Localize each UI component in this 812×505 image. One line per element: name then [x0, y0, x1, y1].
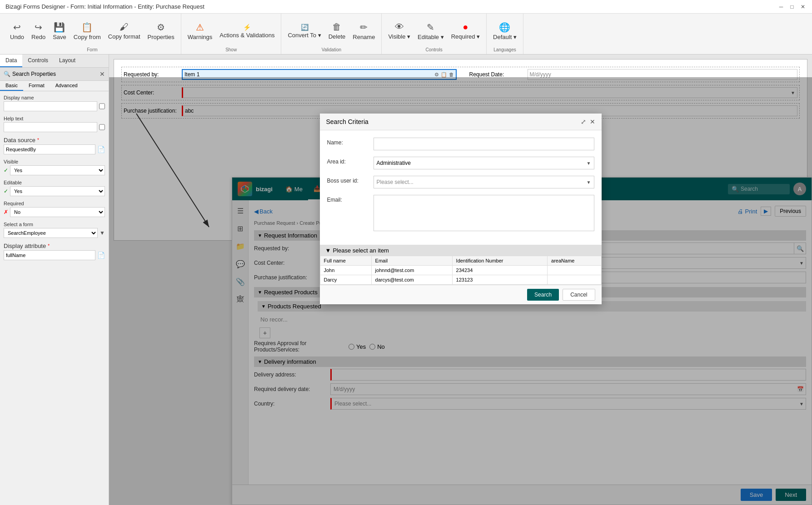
data-source-label: Data source * — [4, 137, 105, 144]
select-form-dropdown[interactable]: SearchEmployee — [4, 228, 98, 238]
ribbon-group-validation: 🔄 Convert To ▾ 🗑 Delete ✏ Rename Validat… — [281, 14, 382, 54]
rename-icon: ✏ — [360, 22, 368, 33]
required-select[interactable]: No Yes — [10, 207, 105, 217]
editable-icon: ✎ — [427, 22, 434, 33]
dialog-close-icon[interactable]: ✕ — [590, 118, 595, 125]
tab-controls[interactable]: Controls — [22, 54, 54, 67]
copy-format-button[interactable]: 🖌 Copy format — [105, 20, 143, 42]
john-area — [548, 266, 601, 275]
search-dialog-overlay: Search Criteria ⤢ ✕ Name: Area id: — [109, 77, 812, 505]
ribbon-group-controls: 👁 Visible ▾ ✎ Editable ▾ ● Required ▾ Co… — [382, 14, 487, 54]
dialog-area-value: Administrative — [377, 160, 587, 166]
display-attr-input[interactable] — [4, 250, 95, 260]
ribbon: ↩ Undo ↪ Redo 💾 Save 📋 Copy from 🖌 Copy … — [0, 14, 812, 54]
results-section-label: Please select an item — [333, 247, 389, 254]
properties-button[interactable]: ⚙ Properties — [145, 20, 177, 42]
dialog-search-button[interactable]: Search — [527, 289, 559, 301]
visible-button[interactable]: 👁 Visible ▾ — [385, 20, 413, 42]
dialog-results: ▼ Please select an item Full name Email … — [320, 245, 602, 285]
darcy-area — [548, 275, 601, 285]
copy-format-icon: 🖌 — [120, 22, 129, 32]
search-properties-title: Search Properties — [12, 71, 98, 77]
required-icon: ● — [463, 22, 468, 32]
redo-button[interactable]: ↪ Redo — [29, 20, 48, 42]
title-bar: Bizagi Forms Designer - Form: Initial In… — [0, 0, 812, 14]
help-text-input[interactable] — [4, 122, 97, 132]
basic-tab-advanced[interactable]: Advanced — [50, 81, 83, 91]
required-button[interactable]: ● Required ▾ — [448, 20, 483, 42]
ribbon-group-show: ⚠ Warnings ⚡ Actions & Validations Show — [181, 14, 282, 54]
requested-by-label: Requested by: — [124, 71, 178, 78]
rename-button[interactable]: ✏ Rename — [350, 20, 378, 42]
close-btn-window[interactable]: ✕ — [799, 3, 807, 10]
close-search-properties[interactable]: ✕ — [100, 70, 105, 78]
left-panel: Data Controls Layout 🔍 Search Properties… — [0, 54, 109, 505]
data-source-icon[interactable]: 📄 — [97, 146, 105, 153]
actions-button[interactable]: ⚡ Actions & Validations — [217, 22, 277, 40]
dialog-area-label: Area id: — [327, 157, 368, 165]
dialog-email-row: Email: — [327, 195, 594, 231]
required-label: Required — [4, 201, 105, 206]
delete-button[interactable]: 🗑 Delete — [326, 20, 349, 42]
dialog-email-textarea[interactable] — [374, 195, 594, 231]
canvas-area: Requested by: Item 1 ⚙ 📋 🗑 Request Date:… — [109, 54, 812, 505]
john-name: John — [320, 266, 371, 275]
ribbon-group-languages: 🌐 Default ▾ Languages — [487, 14, 523, 54]
visible-select[interactable]: Yes No — [10, 165, 105, 175]
convert-to-button[interactable]: 🔄 Convert To ▾ — [285, 22, 324, 40]
field-copy-icon[interactable]: 📋 — [441, 72, 447, 78]
search-criteria-dialog: Search Criteria ⤢ ✕ Name: Area id: — [320, 114, 602, 304]
result-row-john[interactable]: John johnnd@test.com 234234 — [320, 266, 601, 275]
dialog-area-caret: ▼ — [587, 161, 591, 166]
save-icon: 💾 — [54, 22, 65, 33]
visible-icon: 👁 — [395, 22, 404, 32]
warnings-button[interactable]: ⚠ Warnings — [185, 20, 215, 42]
display-name-input[interactable] — [4, 101, 97, 111]
help-text-checkbox[interactable] — [99, 124, 105, 130]
tab-layout[interactable]: Layout — [54, 54, 81, 67]
undo-button[interactable]: ↩ Undo — [7, 20, 27, 42]
basic-tab-format[interactable]: Format — [23, 81, 50, 91]
dialog-name-input[interactable] — [374, 138, 594, 150]
default-button[interactable]: 🌐 Default ▾ — [490, 20, 519, 42]
editable-select[interactable]: Yes No — [10, 186, 105, 196]
basic-tab-basic[interactable]: Basic — [0, 81, 23, 91]
save-button[interactable]: 💾 Save — [50, 20, 69, 42]
col-email: Email — [371, 256, 452, 266]
col-id-number: Identification Number — [452, 256, 547, 266]
minimize-btn[interactable]: ─ — [777, 3, 785, 10]
tab-data[interactable]: Data — [0, 54, 22, 67]
requested-by-value: Item 1 — [184, 71, 433, 78]
display-name-label: Display name — [4, 95, 105, 100]
dialog-email-label: Email: — [327, 195, 368, 203]
field-delete-icon[interactable]: 🗑 — [449, 72, 454, 77]
search-properties-icon: 🔍 — [4, 71, 10, 77]
results-section-header: ▼ Please select an item — [320, 245, 602, 256]
actions-icon: ⚡ — [243, 24, 251, 31]
dialog-boss-caret: ▼ — [587, 180, 591, 185]
dialog-area-select[interactable]: Administrative ▼ — [374, 157, 594, 169]
ribbon-group-form: ↩ Undo ↪ Redo 💾 Save 📋 Copy from 🖌 Copy … — [4, 14, 181, 54]
search-properties-header: 🔍 Search Properties ✕ — [0, 68, 109, 81]
select-form-expand-icon[interactable]: ▼ — [100, 230, 105, 236]
results-collapse-icon: ▼ — [325, 247, 331, 254]
dialog-footer: Search Cancel — [320, 285, 602, 304]
languages-group-label: Languages — [493, 46, 516, 52]
dialog-maximize-icon[interactable]: ⤢ — [581, 118, 586, 125]
undo-icon: ↩ — [13, 22, 21, 33]
dialog-boss-select[interactable]: Please select... ▼ — [374, 176, 594, 188]
dialog-cancel-button[interactable]: Cancel — [563, 289, 595, 301]
col-full-name: Full name — [320, 256, 371, 266]
result-row-darcy[interactable]: Darcy darcys@test.com 123123 — [320, 275, 601, 285]
display-name-checkbox[interactable] — [99, 103, 105, 109]
copy-from-button[interactable]: 📋 Copy from — [71, 20, 104, 42]
field-settings-icon[interactable]: ⚙ — [434, 72, 439, 78]
panel-tabs: Data Controls Layout — [0, 54, 109, 68]
darcy-id: 123123 — [452, 275, 547, 285]
display-attr-icon[interactable]: 📄 — [97, 252, 105, 259]
editable-button[interactable]: ✎ Editable ▾ — [415, 20, 447, 42]
data-source-input[interactable] — [4, 144, 95, 154]
john-id: 234234 — [452, 266, 547, 275]
form-group-label: Form — [87, 46, 97, 52]
maximize-btn[interactable]: □ — [788, 3, 796, 10]
